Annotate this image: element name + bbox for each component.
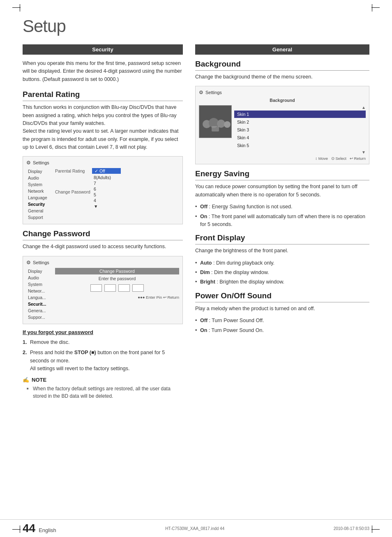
general-section-header: General [195,44,369,55]
skin-item-4: Skin 4 [234,134,366,141]
mock-main: Parental Rating ✓ Off Change Password 8(… [55,168,179,221]
stop-bold: STOP (■) [74,350,96,355]
page-title: Setup [23,16,369,36]
front-bullet-bright: Bright : Brighten the display window. [195,278,369,286]
security-intro-text: When you operate this menu for the first… [23,60,183,83]
parental-rating-text: This function works in conjunction with … [23,104,183,151]
cp-mock-footer: ●●● Enter Pin ↩ Return [55,295,179,300]
cp-mock-inner: Display Audio System Networ... Langua...… [26,268,179,320]
change-password-text: Change the 4-digit password used to acce… [23,243,183,251]
energy-saving-bullets: Off : Energy Saving function is not used… [195,203,369,228]
page-number-area: 44 English [23,522,56,535]
sidebar-language: Language [26,194,53,201]
bg-mock-footer: ↕ Move ⊙ Select ↩ Return [199,156,366,161]
mock-inner: Display Audio System Network Language Se… [26,168,179,221]
power-sound-title: Power On/Off Sound [195,291,369,302]
cp-sidebar-security: Securit... [26,301,53,307]
value-8adults: 8(Adults) [92,175,113,180]
mock-content: Parental Rating ✓ Off Change Password 8(… [55,168,179,209]
value-4: 4 [92,198,113,203]
bg-mock-title-text: Settings [205,90,222,95]
cp-sidebar-general: Genera... [26,307,53,314]
value-6: 6 [92,186,113,192]
left-column: Security When you operate this menu for … [23,44,183,400]
cp-settings-icon: ⚙ [26,260,31,265]
svg-rect-5 [212,126,219,131]
sidebar-audio: Audio [26,175,53,181]
footer-left: HT-C7530W_XAA_0817.indd 44 [165,526,224,531]
energy-saving-text: You can reduce power consumption by sett… [195,183,369,199]
skin-item-2: Skin 2 [234,118,366,126]
cp-sidebar-display: Display [26,268,53,274]
skin-item-5: Skin 5 [234,142,366,149]
page-content: Setup Security When you operate this men… [0,0,392,424]
step-2: 2. Press and hold the STOP (■) button on… [23,349,183,373]
security-section-header: Security [23,44,183,55]
power-sound-text: Play a melody when the product is turned… [195,305,369,313]
front-bullet-auto: Auto : Dim during playback only. [195,259,369,267]
bg-settings-icon: ⚙ [199,90,203,95]
footer-right: 2010-08-17 8:50:03 [334,526,369,531]
step-1: 1. Remove the disc. [23,339,183,346]
power-sound-bullets: Off : Turn Power Sound Off. On : Turn Po… [195,317,369,334]
cp-mock-title-text: Settings [33,260,49,265]
mock-label-parental: Parental Rating [55,168,92,173]
cp-sidebar-network: Networ... [26,288,53,294]
sidebar-display: Display [26,168,53,175]
bg-preview [199,105,232,138]
energy-bullet-off: Off : Energy Saving function is not used… [195,203,369,211]
bg-preview-svg [199,106,231,138]
page-lang: English [39,527,56,533]
mock-title-bar: ⚙ Settings [26,160,179,166]
mock-row-password: Change Password 8(Adults) 7 6 5 4 ▼ [55,175,179,209]
mock-value-list: 8(Adults) 7 6 5 4 ▼ [92,175,113,209]
cp-pass-row [55,284,179,292]
change-password-title: Change Password [23,229,183,240]
front-bullet-dim: Dim : Dim the display window. [195,269,369,277]
cp-sidebar-language: Langua... [26,294,53,301]
note-section: ✍ NOTE When the factory default settings… [23,377,183,400]
mock-row-parental: Parental Rating ✓ Off [55,168,179,174]
skin-item-1: Skin 1 [234,111,366,118]
note-icon: ✍ [23,377,29,383]
parental-rating-title: Parental Rating [23,90,183,101]
power-bullet-off: Off : Turn Power Sound Off. [195,317,369,325]
sidebar-security: Security [26,201,53,207]
two-column-layout: Security When you operate this menu for … [23,44,369,400]
note-label: NOTE [32,377,46,383]
energy-bullet-on: On : The front panel will automatically … [195,213,369,229]
cp-pass-box-4 [132,284,144,292]
right-column: General Background Change the background… [195,44,369,400]
note-header: ✍ NOTE [23,377,183,383]
bg-scroll-down: ▼ [234,150,366,154]
sidebar-general: General [26,207,53,214]
cp-mock-title-bar: ⚙ Settings [26,260,179,265]
sidebar-system: System [26,181,53,188]
svg-point-4 [224,121,231,128]
forgot-password-steps: 1. Remove the disc. 2. Press and hold th… [23,339,183,373]
cp-enter-label: Enter the password [55,276,179,281]
value-5: 5 [92,192,113,198]
value-7: 7 [92,180,113,186]
settings-icon: ⚙ [26,160,31,166]
energy-saving-title: Energy Saving [195,169,369,180]
page-footer: 44 English HT-C7530W_XAA_0817.indd 44 20… [0,519,392,537]
mock-title-text: Settings [33,160,49,165]
skin-list: Skin 1 Skin 2 Skin 3 Skin 4 Skin 5 [234,111,366,149]
cp-pass-box-1 [90,284,102,292]
value-arrow: ▼ [92,203,113,209]
mock-value-off: ✓ Off [92,168,121,174]
front-display-bullets: Auto : Dim during playback only. Dim : D… [195,259,369,286]
parental-rating-mock: ⚙ Settings Display Audio System Network … [23,156,183,224]
note-list: When the factory default settings are re… [27,385,183,400]
front-display-text: Change the brightness of the front panel… [195,247,369,255]
background-mock: ⚙ Settings Background [195,86,369,164]
front-display-title: Front Display [195,233,369,244]
mock-sidebar: Display Audio System Network Language Se… [26,168,53,221]
cp-sidebar-system: System [26,281,53,288]
cp-pass-box-2 [104,284,116,292]
sidebar-network: Network [26,188,53,194]
cp-mock-sidebar: Display Audio System Networ... Langua...… [26,268,53,320]
bg-mock-inner: ▲ Skin 1 Skin 2 Skin 3 Skin 4 Skin 5 ▼ [199,105,366,154]
sidebar-support: Support [26,214,53,221]
